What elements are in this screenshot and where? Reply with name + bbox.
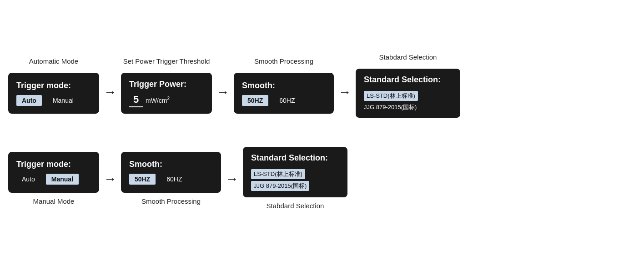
auto-button-unselected-manual[interactable]: Auto	[16, 174, 40, 185]
smooth-60hz-unselected[interactable]: 60HZ	[274, 95, 300, 106]
smooth-title-1: Smooth:	[242, 81, 326, 90]
auto-button-selected[interactable]: Auto	[16, 95, 42, 106]
standard-options-2: LS-STD(林上标准) JJG 879-2015(国标)	[251, 169, 339, 191]
power-trigger-col: Set Power Trigger Threshold Trigger Powe…	[121, 57, 212, 114]
standard-bottom-label-2: Stabdard Selection	[267, 202, 324, 213]
smooth-60hz-unselected-2[interactable]: 60HZ	[161, 174, 187, 185]
manual-mode-bottom-label: Manual Mode	[33, 197, 75, 208]
arrow-icon-3: →	[338, 85, 351, 100]
standard-option-1-0[interactable]: LS-STD(林上标准)	[364, 91, 452, 101]
manual-trigger-title: Trigger mode:	[16, 160, 91, 169]
standard-option-1-1[interactable]: JJG 879-2015(国标)	[364, 103, 452, 111]
automatic-row: Automatic Mode Trigger mode: Auto Manual…	[8, 53, 636, 118]
manual-button-selected[interactable]: Manual	[46, 174, 79, 185]
smooth-box-1: Smooth: 50HZ 60HZ	[234, 73, 334, 114]
power-trigger-label: Set Power Trigger Threshold	[123, 57, 210, 68]
power-unit: mW/cm2	[146, 96, 170, 104]
automatic-mode-col: Automatic Mode Trigger mode: Auto Manual	[8, 57, 99, 114]
standard-unselected-1: JJG 879-2015(国标)	[364, 103, 417, 111]
manual-mode-col: Trigger mode: Auto Manual Manual Mode	[8, 136, 99, 208]
power-trigger-title: Trigger Power:	[129, 80, 204, 89]
standard-option-2-1[interactable]: JJG 879-2015(国标)	[251, 181, 339, 191]
arrow-icon-1: →	[104, 85, 116, 100]
smooth-content-2: 50HZ 60HZ	[129, 174, 213, 185]
auto-trigger-content: Auto Manual	[16, 95, 91, 106]
smooth-title-2: Smooth:	[129, 160, 213, 169]
arrow-5: →	[221, 172, 243, 186]
smooth-col-1: Smooth Processing Smooth: 50HZ 60HZ	[234, 57, 334, 114]
power-trigger-box: Trigger Power: 5 mW/cm2	[121, 73, 212, 114]
arrow-icon-4: →	[104, 172, 116, 186]
arrow-1: →	[99, 85, 121, 100]
standard-title-1: Standard Selection:	[364, 75, 452, 85]
standard-options-1: LS-STD(林上标准) JJG 879-2015(国标)	[364, 91, 452, 111]
standard-option-2-0[interactable]: LS-STD(林上标准)	[251, 169, 339, 179]
standard-title-2: Standard Selection:	[251, 153, 339, 163]
auto-trigger-title: Trigger mode:	[16, 81, 91, 90]
standard-col-1: Stabdard Selection Standard Selection: L…	[356, 53, 460, 118]
main-container: Automatic Mode Trigger mode: Auto Manual…	[8, 53, 636, 213]
standard-label-1: Stabdard Selection	[379, 53, 437, 64]
smooth-box-2: Smooth: 50HZ 60HZ	[121, 152, 221, 193]
manual-row: Trigger mode: Auto Manual Manual Mode → …	[8, 131, 636, 213]
automatic-trigger-box: Trigger mode: Auto Manual	[8, 73, 99, 114]
power-trigger-content: 5 mW/cm2	[129, 94, 204, 107]
power-value[interactable]: 5	[129, 94, 143, 107]
manual-button-unselected[interactable]: Manual	[47, 95, 79, 106]
standard-box-2: Standard Selection: LS-STD(林上标准) JJG 879…	[243, 147, 347, 197]
smooth-50hz-selected[interactable]: 50HZ	[242, 95, 268, 106]
smooth-50hz-selected-2[interactable]: 50HZ	[129, 174, 156, 185]
smooth-bottom-label-2: Smooth Processing	[141, 197, 201, 208]
smooth-col-2: Smooth: 50HZ 60HZ Smooth Processing	[121, 136, 221, 208]
standard-selected-2: LS-STD(林上标准)	[251, 169, 305, 179]
arrow-icon-2: →	[216, 85, 229, 100]
smooth-label-1: Smooth Processing	[254, 57, 313, 68]
manual-trigger-box: Trigger mode: Auto Manual	[8, 152, 99, 193]
standard-selected-1: LS-STD(林上标准)	[364, 91, 418, 101]
manual-trigger-content: Auto Manual	[16, 174, 91, 185]
smooth-content-1: 50HZ 60HZ	[242, 95, 326, 106]
standard-selected-2b: JJG 879-2015(国标)	[251, 181, 309, 191]
standard-col-2: Standard Selection: LS-STD(林上标准) JJG 879…	[243, 131, 347, 213]
arrow-2: →	[212, 85, 234, 100]
automatic-mode-label: Automatic Mode	[29, 57, 78, 68]
arrow-3: →	[334, 85, 356, 100]
arrow-icon-5: →	[226, 172, 238, 186]
arrow-4: →	[99, 172, 121, 186]
standard-box-1: Standard Selection: LS-STD(林上标准) JJG 879…	[356, 69, 460, 118]
